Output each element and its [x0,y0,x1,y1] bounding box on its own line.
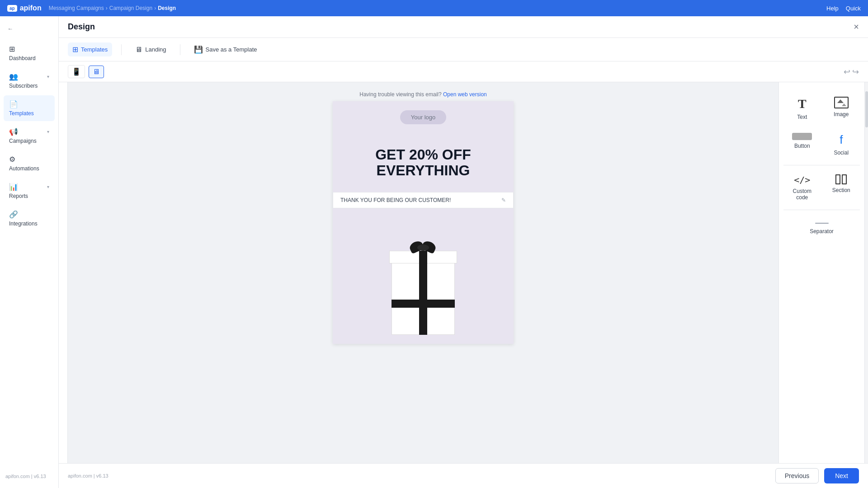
subscribers-icon: 👥 [9,72,18,81]
breadcrumb-part1[interactable]: Messaging Campaigns [49,5,104,11]
sidebar-label-reports: Reports [9,193,28,199]
email-gift-section[interactable] [333,208,514,344]
sidebar-item-reports[interactable]: 📊 ▾ Reports [4,178,55,204]
landing-tab-label: Landing [145,46,166,53]
sidebar-label-templates: Templates [9,110,34,117]
scrollbar-thumb[interactable] [865,91,868,127]
save-template-label: Save as a Template [206,46,257,53]
panel-item-text[interactable]: T Text [783,91,821,126]
gift-box-illustration [392,235,455,335]
sidebar-item-subscribers[interactable]: 👥 ▾ Subscribers [4,68,55,94]
sidebar-label-campaigns: Campaigns [9,138,37,144]
sidebar-back-button[interactable]: ← [0,22,58,36]
panel-items-grid-2: </> Custom code Section [783,169,860,206]
sidebar-label-integrations: Integrations [9,221,38,227]
reports-icon: 📊 [9,183,18,191]
quick-link[interactable]: Quick [846,5,861,12]
button-element-label: Button [794,143,810,149]
content-area: Design × ⊞ Templates 🖥 Landing 💾 Save as… [59,16,868,488]
text-element-icon: T [798,97,807,111]
sidebar-item-integrations[interactable]: 🔗 Integrations [4,206,55,231]
logo[interactable]: ap apifon [7,4,42,12]
custom-code-label: Custom code [787,188,817,201]
breadcrumb-sep2: › [154,5,156,11]
email-container: Your logo GET 20% OFF EVERYTHING THANK Y… [333,101,514,344]
separator-element-icon [815,223,829,224]
subscribers-row: 👥 ▾ [9,72,49,81]
undo-button[interactable]: ↩ [844,67,850,77]
desktop-view-button[interactable]: 🖥 [89,66,104,78]
breadcrumb-current: Design [158,5,176,11]
custom-code-icon: </> [794,174,810,185]
toolbar-tabs: ⊞ Templates 🖥 Landing 💾 Save as a Templa… [59,38,868,61]
breadcrumb-sep1: › [106,5,108,11]
sidebar-footer-version: apifon.com | v6.13 [0,470,58,483]
sidebar-item-campaigns[interactable]: 📢 ▾ Campaigns [4,123,55,149]
integrations-icon: 🔗 [9,210,18,219]
reports-row: 📊 ▾ [9,183,49,191]
next-button[interactable]: Next [824,468,859,483]
previous-button[interactable]: Previous [775,468,819,483]
toolbar-sep-1 [121,44,122,55]
panel-item-section[interactable]: Section [823,169,860,206]
tab-landing[interactable]: 🖥 Landing [131,43,170,56]
save-template-icon: 💾 [194,45,203,54]
sidebar-item-dashboard[interactable]: ⊞ Dashboard [4,40,55,66]
bottom-version-text: apifon.com | v6.13 [68,473,108,479]
chevron-down-icon-campaigns: ▾ [47,129,49,134]
close-button[interactable]: × [854,22,859,32]
panel-item-custom-code[interactable]: </> Custom code [783,169,821,206]
mobile-view-button[interactable]: 📱 [68,65,85,78]
undo-redo-actions: ↩ ↪ [844,67,859,77]
section-element-label: Section [832,187,850,193]
panel-item-separator[interactable]: Separator [783,214,860,240]
text-element-label: Text [797,114,807,120]
email-thank-you-bar[interactable]: THANK YOU FOR BEING OUR CUSTOMER! ✎ [333,192,514,208]
social-element-label: Social [834,150,849,156]
panel-item-image[interactable]: Image [823,91,860,126]
editor-body: Having trouble viewing this email? Open … [59,82,868,463]
tab-save-template[interactable]: 💾 Save as a Template [189,42,262,56]
sidebar-label-subscribers: Subscribers [9,83,38,89]
automations-icon: ⚙ [9,155,15,164]
sidebar-item-automations[interactable]: ⚙ Automations [4,150,55,176]
email-hero-section[interactable]: GET 20% OFF EVERYTHING [333,133,514,192]
notice-text: Having trouble viewing this email? [359,91,441,98]
panel-separator-1 [783,165,860,165]
app-body: ← ⊞ Dashboard 👥 ▾ Subscribers 📄 Template… [0,16,868,488]
canvas-left-bar [59,82,68,463]
redo-button[interactable]: ↪ [852,67,859,77]
hero-line1: GET 20% OFF [342,147,505,163]
image-element-label: Image [834,111,849,117]
templates-icon: 📄 [9,100,18,108]
templates-tab-icon: ⊞ [72,45,78,54]
panel-item-button[interactable]: Button [783,127,821,161]
help-link[interactable]: Help [826,5,839,12]
social-element-icon: f [840,133,843,147]
notice-link-text: Open web version [443,91,487,98]
right-scrollbar[interactable] [864,82,868,463]
separator-element-label: Separator [810,228,834,235]
breadcrumb-part2[interactable]: Campaign Design [109,5,152,11]
email-logo-placeholder: Your logo [400,110,446,124]
button-element-icon [792,133,812,140]
sidebar-label-dashboard: Dashboard [9,55,36,61]
landing-tab-icon: 🖥 [135,46,142,54]
canvas-area[interactable]: Having trouble viewing this email? Open … [68,82,778,463]
bottom-actions: Previous Next [775,468,859,483]
breadcrumb: Messaging Campaigns › Campaign Design › … [49,5,819,11]
email-logo-section[interactable]: Your logo [333,101,514,133]
back-icon: ← [7,25,13,32]
topbar: ap apifon Messaging Campaigns › Campaign… [0,0,868,16]
panel-item-social[interactable]: f Social [823,127,860,161]
gift-lid-ribbon [419,251,427,263]
toolbar-sep-2 [180,44,180,55]
campaigns-row: 📢 ▾ [9,127,49,136]
panel-separator-2 [783,210,860,210]
open-web-version-link[interactable]: Open web version [443,91,487,98]
edit-icon: ✎ [501,197,506,203]
tab-templates[interactable]: ⊞ Templates [68,42,112,56]
view-toggles-bar: 📱 🖥 ↩ ↪ [59,61,868,82]
sidebar-item-templates[interactable]: 📄 Templates [4,95,55,121]
right-panel: T Text Image Button [778,82,864,463]
